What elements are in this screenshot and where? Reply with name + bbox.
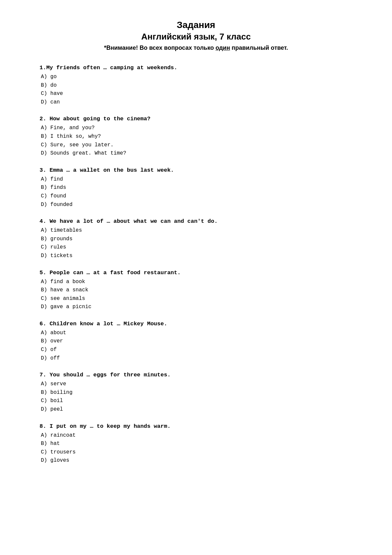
question-1-option-3: D) can (41, 98, 352, 107)
question-5-text: 5. People can … at a fast food restauran… (40, 270, 352, 276)
question-3-option-1: B) finds (41, 184, 352, 192)
question-8-option-3: D) gloves (41, 456, 352, 465)
question-4-text: 4. We have a lot of … about what we can … (40, 218, 352, 224)
question-3: 3. Emma … a wallet on the bus last week.… (40, 167, 352, 209)
question-6-option-0: A) about (41, 329, 352, 337)
page-header: Задания Английский язык, 7 класс *Вниман… (40, 20, 352, 51)
question-7-option-0: A) serve (41, 380, 352, 389)
question-7-text: 7. You should … eggs for three minutes. (40, 372, 352, 378)
notice: *Внимание! Во всех вопросах только один … (40, 44, 352, 51)
question-2-option-3: D) Sounds great. What time? (41, 149, 352, 158)
question-3-option-2: C) found (41, 192, 352, 201)
question-6-option-1: B) over (41, 337, 352, 346)
question-5-option-1: B) have a snack (41, 286, 352, 295)
question-2-option-0: A) Fine, and you? (41, 124, 352, 132)
question-4-option-2: C) rules (41, 243, 352, 252)
subtitle: Английский язык, 7 класс (40, 32, 352, 42)
question-2-text: 2. How about going to the cinema? (40, 116, 352, 122)
question-8-option-2: C) trousers (41, 448, 352, 457)
question-5: 5. People can … at a fast food restauran… (40, 270, 352, 311)
question-7-option-3: D) peel (41, 405, 352, 414)
question-6-text: 6. Children know a lot … Mickey Mouse. (40, 321, 352, 327)
notice-underline: один (215, 44, 230, 51)
question-5-option-2: C) see animals (41, 295, 352, 303)
question-8-option-0: A) raincoat (41, 431, 352, 440)
question-8-text: 8. I put on my … to keep my hands warm. (40, 423, 352, 429)
question-8-option-1: B) hat (41, 440, 352, 448)
question-6-option-3: D) off (41, 354, 352, 363)
questions-container: 1.My friends often … camping at weekends… (40, 65, 352, 465)
question-7: 7. You should … eggs for three minutes.A… (40, 372, 352, 414)
question-6: 6. Children know a lot … Mickey Mouse.A)… (40, 321, 352, 363)
question-2-option-1: B) I think so, why? (41, 132, 352, 141)
question-2-option-2: C) Sure, see you later. (41, 141, 352, 150)
question-5-option-3: D) gave a picnic (41, 303, 352, 311)
question-7-option-2: C) boil (41, 397, 352, 405)
notice-prefix: *Внимание! Во всех вопросах только (104, 44, 215, 51)
question-4: 4. We have a lot of … about what we can … (40, 218, 352, 260)
question-1: 1.My friends often … camping at weekends… (40, 65, 352, 106)
question-1-text: 1.My friends often … camping at weekends… (40, 65, 352, 71)
question-7-option-1: B) boiling (41, 389, 352, 397)
question-3-option-0: A) find (41, 175, 352, 184)
question-5-option-0: A) find a book (41, 278, 352, 286)
question-3-text: 3. Emma … a wallet on the bus last week. (40, 167, 352, 173)
question-8: 8. I put on my … to keep my hands warm.A… (40, 423, 352, 465)
question-2: 2. How about going to the cinema?A) Fine… (40, 116, 352, 158)
question-4-option-0: A) timetables (41, 226, 352, 235)
question-4-option-3: D) tickets (41, 252, 352, 260)
question-1-option-1: B) do (41, 81, 352, 90)
question-4-option-1: B) grounds (41, 235, 352, 244)
question-6-option-2: C) of (41, 346, 352, 354)
notice-suffix: правильный ответ. (230, 44, 288, 51)
question-1-option-0: A) go (41, 73, 352, 81)
question-3-option-3: D) founded (41, 201, 352, 209)
question-1-option-2: C) have (41, 90, 352, 98)
main-title: Задания (40, 20, 352, 30)
